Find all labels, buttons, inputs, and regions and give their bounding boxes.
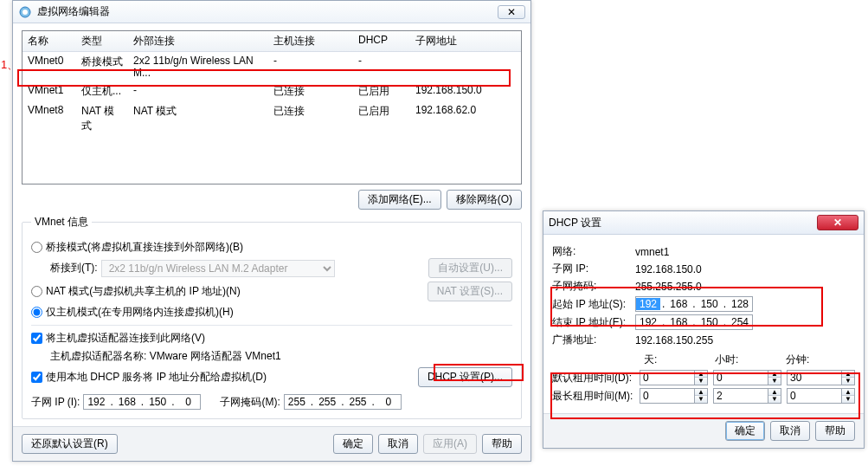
table-row[interactable]: VMnet8 NAT 模式 NAT 模式 已连接 已启用 192.168.62.…	[23, 101, 521, 136]
add-network-button[interactable]: 添加网络(E)...	[358, 190, 441, 210]
cell: VMnet1	[23, 81, 76, 101]
ip-octet[interactable]	[285, 396, 309, 408]
spin-down-icon[interactable]: ▼	[842, 378, 854, 385]
col-ext[interactable]: 外部连接	[128, 31, 268, 51]
table-row[interactable]: VMnet0 桥接模式 2x2 11b/g/n Wireless LAN M..…	[23, 52, 521, 81]
default-lease-days[interactable]: ▲▼	[640, 370, 708, 385]
default-lease-label: 默认租用时间(D):	[552, 371, 634, 385]
end-ip-input[interactable]: . . .	[635, 314, 753, 330]
radio-hostonly-label: 仅主机模式(在专用网络内连接虚拟机)(H)	[46, 305, 234, 320]
ip-octet[interactable]	[145, 396, 170, 408]
cell: 已连接	[268, 81, 353, 101]
ip-octet[interactable]	[666, 316, 691, 328]
spin-input[interactable]	[714, 389, 768, 403]
virtual-network-editor-window: 虚拟网络编辑器 ✕ 名称 类型 外部连接 主机连接 DHCP 子网地址 VMne…	[12, 0, 531, 462]
footer-bar: 还原默认设置(R) 确定 取消 应用(A) 帮助	[13, 426, 530, 461]
ip-octet[interactable]	[636, 316, 660, 328]
col-name[interactable]: 名称	[23, 31, 76, 51]
col-subnet[interactable]: 子网地址	[410, 31, 514, 51]
radio-bridge-label: 桥接模式(将虚拟机直接连接到外部网络)(B)	[46, 240, 243, 255]
network-value: vmnet1	[635, 246, 669, 258]
subnet-ip-value: 192.168.150.0	[635, 263, 702, 275]
ip-octet[interactable]	[728, 298, 752, 310]
spin-down-icon[interactable]: ▼	[842, 396, 854, 403]
start-ip-label: 起始 IP 地址(S):	[552, 297, 630, 312]
ip-octet[interactable]	[115, 396, 139, 408]
subnet-mask-label: 子网掩码:	[552, 279, 630, 294]
dialog-title: DHCP 设置	[549, 216, 817, 230]
chk-connect-adapter[interactable]	[31, 333, 42, 344]
cell: 仅主机...	[76, 81, 128, 101]
default-lease-hours[interactable]: ▲▼	[713, 370, 781, 385]
ip-octet[interactable]	[728, 316, 752, 328]
ip-octet[interactable]	[666, 298, 691, 310]
radio-nat[interactable]	[31, 286, 42, 297]
col-days-label: 天:	[644, 353, 715, 367]
start-ip-input[interactable]: . . .	[635, 296, 753, 312]
spin-input[interactable]	[788, 371, 841, 385]
ip-octet[interactable]	[346, 396, 370, 408]
ok-button[interactable]: 确定	[333, 434, 373, 454]
close-button[interactable]: ✕	[817, 215, 858, 230]
group-title: VMnet 信息	[31, 215, 92, 230]
ip-octet[interactable]	[176, 396, 200, 408]
cell: 已连接	[268, 101, 353, 136]
cell: 192.168.150.0	[410, 81, 514, 101]
close-button[interactable]: ✕	[498, 5, 525, 19]
ip-octet[interactable]	[315, 396, 339, 408]
spin-down-icon[interactable]: ▼	[695, 396, 707, 403]
help-button[interactable]: 帮助	[815, 421, 855, 441]
ip-octet[interactable]	[636, 298, 660, 310]
max-lease-hours[interactable]: ▲▼	[713, 388, 781, 404]
ip-octet[interactable]	[698, 298, 722, 310]
nat-set-button[interactable]: NAT 设置(S)...	[428, 282, 512, 301]
max-lease-days[interactable]: ▲▼	[640, 388, 708, 404]
col-hours-label: 小时:	[715, 353, 786, 367]
broadcast-label: 广播地址:	[552, 333, 630, 347]
col-type[interactable]: 类型	[76, 31, 128, 51]
ip-octet[interactable]	[84, 396, 108, 408]
cell: NAT 模式	[76, 101, 128, 136]
col-minutes-label: 分钟:	[786, 353, 809, 367]
radio-bridge[interactable]	[31, 242, 42, 253]
bridge-to-combo[interactable]: 2x2 11b/g/n Wireless LAN M.2 Adapter	[101, 260, 335, 277]
chk-use-dhcp[interactable]	[31, 372, 42, 383]
svg-point-1	[23, 10, 28, 15]
spin-input[interactable]	[714, 371, 768, 385]
spin-input[interactable]	[788, 389, 841, 403]
cell: -	[353, 52, 410, 81]
auto-set-button[interactable]: 自动设置(U)...	[428, 258, 512, 278]
bridge-to-label: 桥接到(T):	[50, 261, 98, 275]
table-row[interactable]: VMnet1 仅主机... - 已连接 已启用 192.168.150.0	[23, 81, 521, 101]
subnet-mask-input[interactable]: . . .	[284, 394, 402, 410]
radio-hostonly[interactable]	[31, 307, 42, 318]
ip-octet[interactable]	[698, 316, 722, 328]
cell: 已启用	[353, 81, 410, 101]
spin-input[interactable]	[640, 371, 694, 385]
ok-button[interactable]: 确定	[725, 421, 765, 441]
subnet-ip-input[interactable]: . . .	[83, 394, 201, 410]
restore-defaults-button[interactable]: 还原默认设置(R)	[22, 434, 118, 454]
ip-octet[interactable]	[376, 396, 401, 408]
radio-nat-label: NAT 模式(与虚拟机共享主机的 IP 地址)(N)	[46, 284, 241, 299]
help-button[interactable]: 帮助	[482, 434, 522, 454]
col-dhcp[interactable]: DHCP	[353, 31, 410, 51]
max-lease-minutes[interactable]: ▲▼	[787, 388, 855, 404]
cell: VMnet8	[23, 101, 76, 136]
cell	[410, 52, 514, 81]
spin-down-icon[interactable]: ▼	[768, 378, 781, 385]
chk-use-dhcp-label: 使用本地 DHCP 服务将 IP 地址分配给虚拟机(D)	[46, 370, 267, 385]
col-host[interactable]: 主机连接	[268, 31, 353, 51]
apply-button[interactable]: 应用(A)	[423, 434, 477, 454]
vmnet-info-group: VMnet 信息 桥接模式(将虚拟机直接连接到外部网络)(B) 桥接到(T): …	[22, 215, 522, 419]
spin-down-icon[interactable]: ▼	[768, 396, 781, 403]
spin-down-icon[interactable]: ▼	[695, 378, 707, 385]
dhcp-settings-button[interactable]: DHCP 设置(P)...	[418, 367, 512, 387]
remove-network-button[interactable]: 移除网络(O)	[447, 190, 522, 210]
table-header: 名称 类型 外部连接 主机连接 DHCP 子网地址	[23, 31, 521, 52]
spin-input[interactable]	[640, 389, 694, 403]
cancel-button[interactable]: 取消	[378, 434, 418, 454]
cell: VMnet0	[23, 52, 76, 81]
cancel-button[interactable]: 取消	[770, 421, 810, 441]
default-lease-minutes[interactable]: ▲▼	[787, 370, 855, 385]
